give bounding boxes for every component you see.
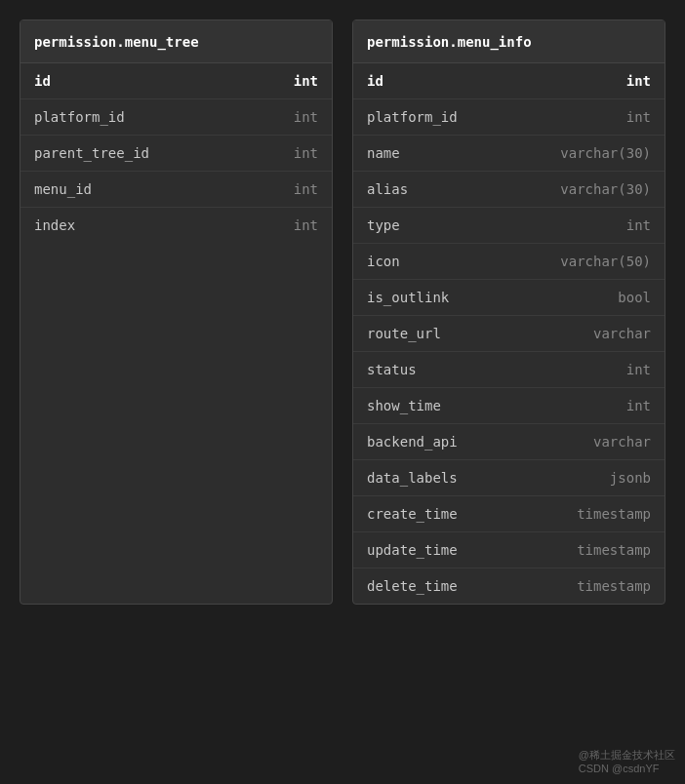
watermark: @稀土掘金技术社区 CSDN @csdnYF bbox=[579, 748, 675, 774]
field-name: type bbox=[367, 217, 400, 233]
field-type: timestamp bbox=[577, 542, 651, 558]
table-row: platform_idint bbox=[353, 99, 665, 136]
field-name: name bbox=[367, 145, 400, 161]
table-row: route_urlvarchar bbox=[353, 316, 665, 352]
field-type: int bbox=[294, 181, 318, 197]
field-name: route_url bbox=[367, 326, 441, 341]
field-name: platform_id bbox=[34, 109, 125, 125]
field-name: icon bbox=[367, 254, 400, 269]
field-type: int bbox=[626, 217, 651, 233]
field-name: delete_time bbox=[367, 578, 458, 594]
table-row: iconvarchar(50) bbox=[353, 244, 665, 280]
field-name: id bbox=[367, 73, 383, 89]
field-name: alias bbox=[367, 181, 408, 197]
field-name: status bbox=[367, 362, 417, 377]
menu-tree-table-header: permission.menu_tree bbox=[20, 20, 332, 63]
table-row: update_timetimestamp bbox=[353, 532, 665, 568]
field-name: show_time bbox=[367, 398, 441, 413]
table-row: backend_apivarchar bbox=[353, 424, 665, 460]
field-name: create_time bbox=[367, 506, 458, 522]
table-row: delete_timetimestamp bbox=[353, 568, 665, 604]
field-type: int bbox=[294, 217, 318, 233]
field-name: data_labels bbox=[367, 470, 458, 486]
field-name: is_outlink bbox=[367, 290, 449, 305]
table-row: parent_tree_idint bbox=[20, 136, 332, 172]
table-row: idint bbox=[20, 63, 332, 99]
table-row: statusint bbox=[353, 352, 665, 388]
menu-info-table: permission.menu_infoidintplatform_idintn… bbox=[352, 20, 665, 605]
field-type: varchar bbox=[593, 326, 651, 341]
field-type: int bbox=[626, 73, 651, 89]
table-row: typeint bbox=[353, 208, 665, 244]
table-row: create_timetimestamp bbox=[353, 496, 665, 532]
menu-info-table-header: permission.menu_info bbox=[353, 20, 665, 63]
field-type: int bbox=[626, 109, 651, 125]
field-type: varchar bbox=[593, 434, 651, 450]
table-row: indexint bbox=[20, 208, 332, 243]
field-name: platform_id bbox=[367, 109, 458, 125]
field-type: varchar(50) bbox=[560, 254, 651, 269]
field-name: id bbox=[34, 73, 51, 89]
table-row: idint bbox=[353, 63, 665, 99]
menu-tree-table-title: permission.menu_tree bbox=[34, 34, 199, 50]
field-type: int bbox=[294, 73, 318, 89]
field-type: int bbox=[626, 398, 651, 413]
field-name: index bbox=[34, 217, 75, 233]
field-name: menu_id bbox=[34, 181, 92, 197]
table-row: show_timeint bbox=[353, 388, 665, 424]
table-row: is_outlinkbool bbox=[353, 280, 665, 316]
menu-tree-table: permission.menu_treeidintplatform_idintp… bbox=[20, 20, 333, 605]
field-name: update_time bbox=[367, 542, 458, 558]
table-row: namevarchar(30) bbox=[353, 136, 665, 172]
field-type: int bbox=[626, 362, 651, 377]
field-type: varchar(30) bbox=[560, 145, 651, 161]
field-type: timestamp bbox=[577, 506, 651, 522]
field-type: timestamp bbox=[577, 578, 651, 594]
field-type: bool bbox=[618, 290, 651, 305]
field-type: int bbox=[294, 145, 318, 161]
field-type: int bbox=[294, 109, 318, 125]
table-row: aliasvarchar(30) bbox=[353, 172, 665, 208]
field-type: jsonb bbox=[610, 470, 651, 486]
menu-info-table-title: permission.menu_info bbox=[367, 34, 532, 50]
table-row: data_labelsjsonb bbox=[353, 460, 665, 496]
table-row: platform_idint bbox=[20, 99, 332, 136]
field-name: parent_tree_id bbox=[34, 145, 149, 161]
field-name: backend_api bbox=[367, 434, 458, 450]
field-type: varchar(30) bbox=[560, 181, 651, 197]
table-row: menu_idint bbox=[20, 172, 332, 208]
tables-container: permission.menu_treeidintplatform_idintp… bbox=[20, 20, 665, 605]
